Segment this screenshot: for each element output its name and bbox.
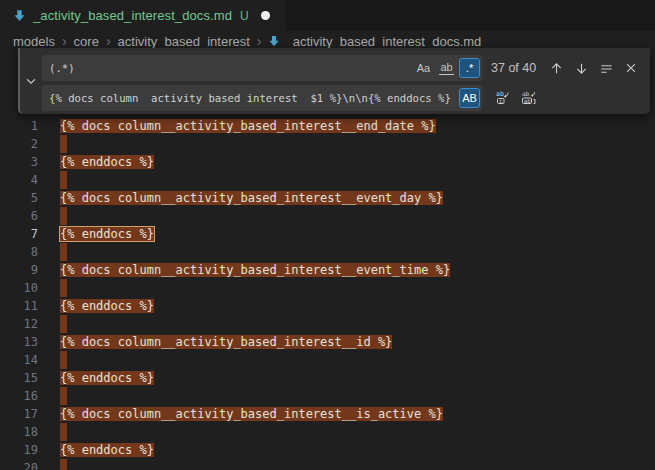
line-number[interactable]: 2 <box>0 135 38 153</box>
replace-icon: ab c <box>495 90 511 106</box>
code-line-7[interactable]: 7{% enddocs %} <box>0 225 655 243</box>
line-number[interactable]: 7 <box>0 225 38 243</box>
svg-text:ab: ab <box>522 90 530 97</box>
breadcrumb-item-file[interactable]: _activity_based_interest_docs.md <box>268 34 481 49</box>
match-count: 37 of 40 <box>491 61 536 75</box>
empty-line-match-highlight <box>60 135 67 153</box>
replace-input[interactable]: {% docs column__activity_based_interest_… <box>42 85 482 111</box>
line-content: {% enddocs %} <box>60 225 655 243</box>
code-line-1[interactable]: 1{% docs column__activity_based_interest… <box>0 117 655 135</box>
close-find-button[interactable] <box>620 57 642 79</box>
toggle-replace-button[interactable] <box>22 72 40 90</box>
code-line-15[interactable]: 15{% enddocs %} <box>0 369 655 387</box>
use-regex-button[interactable]: .* <box>459 58 480 78</box>
line-number[interactable]: 12 <box>0 315 38 333</box>
find-match-highlight: {% enddocs %} <box>60 371 154 385</box>
line-number[interactable]: 1 <box>0 117 38 135</box>
tab-activity-docs[interactable]: _activity_based_interest_docs.md U <box>0 0 286 31</box>
code-line-4[interactable]: 4 <box>0 171 655 189</box>
line-number[interactable]: 5 <box>0 189 38 207</box>
code-line-16[interactable]: 16 <box>0 387 655 405</box>
chevron-right-icon: › <box>257 34 262 48</box>
code-line-8[interactable]: 8 <box>0 243 655 261</box>
whole-word-button[interactable]: ab <box>436 58 457 78</box>
line-number[interactable]: 20 <box>0 459 38 470</box>
find-match-highlight: {% enddocs %} <box>60 155 154 169</box>
code-line-19[interactable]: 19{% enddocs %} <box>0 441 655 459</box>
code-line-2[interactable]: 2 <box>0 135 655 153</box>
previous-match-button[interactable] <box>545 57 567 79</box>
find-match-highlight: {% docs column__activity_based_interest_… <box>60 263 450 277</box>
find-match-highlight: {% docs column__activity_based_interest_… <box>60 191 443 205</box>
code-line-3[interactable]: 3{% enddocs %} <box>0 153 655 171</box>
empty-line-match-highlight <box>60 459 67 470</box>
line-number[interactable]: 15 <box>0 369 38 387</box>
line-number[interactable]: 18 <box>0 423 38 441</box>
next-match-button[interactable] <box>570 57 592 79</box>
line-content: {% docs column__activity_based_interest_… <box>60 261 655 279</box>
line-number[interactable]: 4 <box>0 171 38 189</box>
line-number[interactable]: 9 <box>0 261 38 279</box>
code-line-6[interactable]: 6 <box>0 207 655 225</box>
replace-button[interactable]: ab c <box>492 87 514 109</box>
code-line-20[interactable]: 20 <box>0 459 655 470</box>
match-case-button[interactable]: Aa <box>413 58 434 78</box>
line-content <box>60 171 655 189</box>
close-icon <box>624 61 638 75</box>
line-content: {% enddocs %} <box>60 297 655 315</box>
line-content <box>60 279 655 297</box>
chevron-down-icon <box>24 74 38 88</box>
replace-action-buttons: ab c ab ab <box>492 87 540 109</box>
line-number[interactable]: 17 <box>0 405 38 423</box>
code-line-12[interactable]: 12 <box>0 315 655 333</box>
line-number[interactable]: 16 <box>0 387 38 405</box>
code-line-10[interactable]: 10 <box>0 279 655 297</box>
find-in-selection-button[interactable] <box>595 57 617 79</box>
line-content: {% enddocs %} <box>60 153 655 171</box>
line-content: {% enddocs %} <box>60 441 655 459</box>
code-line-18[interactable]: 18 <box>0 423 655 441</box>
empty-line-match-highlight <box>60 207 67 225</box>
markdown-file-icon <box>13 9 26 22</box>
line-content: {% enddocs %} <box>60 369 655 387</box>
breadcrumb-item-activity-based-interest[interactable]: activity_based_interest <box>118 34 250 49</box>
line-number[interactable]: 14 <box>0 351 38 369</box>
preserve-case-button[interactable]: AB <box>459 88 480 108</box>
code-line-5[interactable]: 5{% docs column__activity_based_interest… <box>0 189 655 207</box>
arrow-up-icon <box>549 61 564 76</box>
search-input[interactable]: (.*) Aa ab .* <box>42 55 482 81</box>
line-number[interactable]: 11 <box>0 297 38 315</box>
breadcrumb-item-models[interactable]: models <box>13 34 55 49</box>
line-content: {% docs column__activity_based_interest_… <box>60 333 655 351</box>
arrow-down-icon <box>574 61 589 76</box>
line-content <box>60 387 655 405</box>
empty-line-match-highlight <box>60 423 67 441</box>
line-number[interactable]: 19 <box>0 441 38 459</box>
line-number[interactable]: 6 <box>0 207 38 225</box>
find-match-highlight: {% enddocs %} <box>60 443 154 457</box>
replace-all-button[interactable]: ab ab <box>518 87 540 109</box>
find-replace-widget: (.*) Aa ab .* 37 of 40 <box>18 48 650 114</box>
line-number[interactable]: 13 <box>0 333 38 351</box>
breadcrumb-item-core[interactable]: core <box>74 34 99 49</box>
code-line-9[interactable]: 9{% docs column__activity_based_interest… <box>0 261 655 279</box>
code-line-13[interactable]: 13{% docs column__activity_based_interes… <box>0 333 655 351</box>
code-line-17[interactable]: 17{% docs column__activity_based_interes… <box>0 405 655 423</box>
code-line-14[interactable]: 14 <box>0 351 655 369</box>
line-content <box>60 423 655 441</box>
empty-line-match-highlight <box>60 171 67 189</box>
code-line-11[interactable]: 11{% enddocs %} <box>0 297 655 315</box>
replace-value: {% docs column__activity_based_interest_… <box>49 92 459 104</box>
line-number[interactable]: 10 <box>0 279 38 297</box>
replace-row: {% docs column__activity_based_interest_… <box>42 85 644 111</box>
vscode-editor-window: { "tab": { "filename": "_activity_based_… <box>0 0 655 470</box>
breadcrumb-file-label: _activity_based_interest_docs.md <box>285 34 481 49</box>
line-number[interactable]: 3 <box>0 153 38 171</box>
empty-line-match-highlight <box>60 315 67 333</box>
find-row: (.*) Aa ab .* 37 of 40 <box>42 55 644 81</box>
empty-line-match-highlight <box>60 243 67 261</box>
tab-bar: _activity_based_interest_docs.md U <box>0 0 655 31</box>
unsaved-changes-dot[interactable] <box>261 11 270 20</box>
line-content <box>60 459 655 470</box>
line-number[interactable]: 8 <box>0 243 38 261</box>
